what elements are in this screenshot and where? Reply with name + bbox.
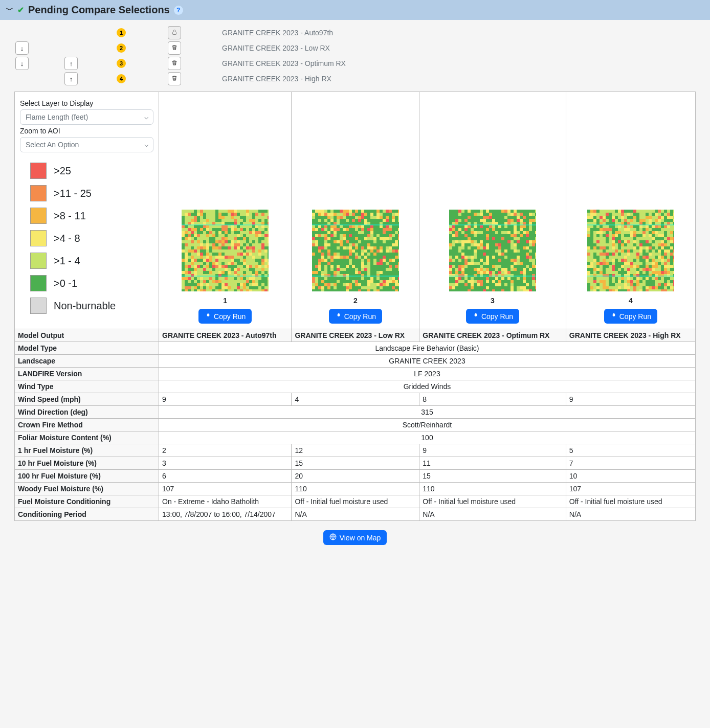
svg-rect-122 bbox=[197, 222, 200, 225]
svg-rect-2379 bbox=[658, 210, 661, 213]
svg-rect-1137 bbox=[321, 246, 324, 249]
svg-rect-2862 bbox=[627, 262, 630, 265]
svg-rect-1494 bbox=[349, 283, 352, 286]
view-on-map-button[interactable]: View on Map bbox=[323, 530, 387, 545]
svg-rect-1634 bbox=[464, 216, 468, 219]
svg-rect-3102 bbox=[652, 286, 655, 289]
svg-rect-1009 bbox=[373, 231, 376, 234]
svg-rect-3138 bbox=[673, 289, 674, 291]
svg-rect-669 bbox=[185, 280, 188, 283]
svg-rect-1535 bbox=[386, 286, 389, 289]
svg-rect-3121 bbox=[621, 289, 624, 291]
layer-select[interactable]: Flame Length (feet) bbox=[20, 109, 153, 125]
svg-rect-2705 bbox=[590, 246, 593, 249]
svg-rect-460 bbox=[255, 256, 258, 259]
svg-rect-8 bbox=[203, 210, 206, 213]
svg-rect-1260 bbox=[343, 259, 346, 262]
svg-rect-3079 bbox=[670, 283, 673, 286]
svg-rect-1409 bbox=[355, 274, 358, 277]
svg-rect-1555 bbox=[358, 289, 361, 291]
move-up-button[interactable]: ↑ bbox=[64, 57, 78, 70]
svg-rect-683 bbox=[228, 280, 231, 283]
svg-rect-2833 bbox=[627, 259, 630, 262]
svg-rect-3092 bbox=[621, 286, 624, 289]
svg-rect-2909 bbox=[593, 268, 596, 271]
svg-rect-2250 bbox=[486, 280, 489, 283]
svg-rect-2388 bbox=[596, 213, 600, 216]
svg-rect-1315 bbox=[334, 265, 337, 268]
map-thumbnail[interactable] bbox=[423, 210, 563, 291]
svg-rect-3040 bbox=[639, 280, 642, 283]
svg-rect-2597 bbox=[615, 234, 618, 237]
svg-rect-827 bbox=[349, 213, 352, 216]
svg-rect-2232 bbox=[520, 277, 523, 280]
svg-rect-2830 bbox=[618, 259, 621, 262]
svg-rect-1501 bbox=[370, 283, 373, 286]
svg-rect-175 bbox=[182, 228, 185, 231]
svg-rect-908 bbox=[330, 222, 334, 225]
copy-run-button[interactable]: Copy Run bbox=[329, 309, 382, 324]
svg-rect-2624 bbox=[609, 237, 612, 240]
svg-rect-2687 bbox=[624, 243, 627, 246]
zoom-select[interactable]: Select An Option bbox=[20, 137, 153, 152]
svg-rect-1143 bbox=[340, 246, 343, 249]
move-up-button[interactable]: ↑ bbox=[64, 72, 78, 85]
svg-rect-892 bbox=[370, 219, 373, 222]
svg-rect-2288 bbox=[514, 283, 517, 286]
copy-run-button[interactable]: Copy Run bbox=[604, 309, 657, 324]
help-icon[interactable]: ? bbox=[174, 6, 183, 15]
svg-rect-941 bbox=[343, 225, 346, 228]
svg-rect-2463 bbox=[649, 219, 652, 222]
collapse-toggle[interactable]: ﹀ bbox=[6, 6, 13, 15]
svg-rect-2785 bbox=[658, 253, 661, 256]
svg-rect-1495 bbox=[352, 283, 355, 286]
svg-rect-800 bbox=[355, 210, 358, 213]
svg-rect-321 bbox=[185, 243, 188, 246]
svg-rect-1063 bbox=[361, 237, 364, 240]
svg-rect-1875 bbox=[492, 240, 495, 243]
svg-rect-2392 bbox=[609, 213, 612, 216]
svg-rect-2547 bbox=[639, 228, 642, 231]
svg-rect-2954 bbox=[642, 271, 646, 274]
copy-run-button[interactable]: Copy Run bbox=[198, 309, 252, 324]
svg-rect-1766 bbox=[514, 228, 517, 231]
svg-rect-2928 bbox=[652, 268, 655, 271]
map-thumbnail[interactable] bbox=[295, 210, 416, 291]
row-value: Off - Initial fuel moisture used bbox=[566, 495, 695, 508]
svg-rect-1978 bbox=[452, 253, 455, 256]
svg-rect-2471 bbox=[673, 219, 674, 222]
svg-rect-2269 bbox=[455, 283, 458, 286]
svg-rect-1151 bbox=[364, 246, 367, 249]
svg-rect-1454 bbox=[315, 280, 318, 283]
svg-rect-2412 bbox=[670, 213, 673, 216]
svg-rect-1167 bbox=[324, 249, 327, 253]
svg-rect-1147 bbox=[352, 246, 355, 249]
svg-rect-57 bbox=[264, 213, 268, 216]
map-thumbnail[interactable] bbox=[569, 210, 692, 291]
svg-rect-2798 bbox=[609, 256, 612, 259]
svg-rect-3070 bbox=[642, 283, 646, 286]
map-thumbnail[interactable] bbox=[162, 210, 288, 291]
svg-rect-1177 bbox=[355, 249, 358, 253]
svg-rect-1835 bbox=[458, 237, 461, 240]
svg-rect-1598 bbox=[532, 210, 535, 213]
svg-rect-1566 bbox=[392, 289, 395, 291]
svg-rect-236 bbox=[191, 234, 194, 237]
move-down-button[interactable]: ↓ bbox=[15, 41, 29, 55]
svg-rect-759 bbox=[194, 289, 197, 291]
delete-button[interactable] bbox=[168, 41, 181, 55]
copy-run-button[interactable]: Copy Run bbox=[466, 309, 519, 324]
svg-rect-387 bbox=[209, 249, 212, 253]
delete-button[interactable] bbox=[168, 72, 181, 85]
svg-rect-2398 bbox=[627, 213, 630, 216]
svg-rect-560 bbox=[206, 268, 209, 271]
svg-rect-749 bbox=[252, 286, 255, 289]
svg-rect-2351 bbox=[529, 289, 532, 291]
move-down-button[interactable]: ↓ bbox=[15, 57, 29, 70]
svg-rect-2216 bbox=[471, 277, 474, 280]
svg-rect-1001 bbox=[349, 231, 352, 234]
svg-rect-3090 bbox=[615, 286, 618, 289]
svg-rect-2486 bbox=[630, 222, 633, 225]
svg-rect-2138 bbox=[498, 268, 501, 271]
delete-button[interactable] bbox=[168, 57, 181, 70]
